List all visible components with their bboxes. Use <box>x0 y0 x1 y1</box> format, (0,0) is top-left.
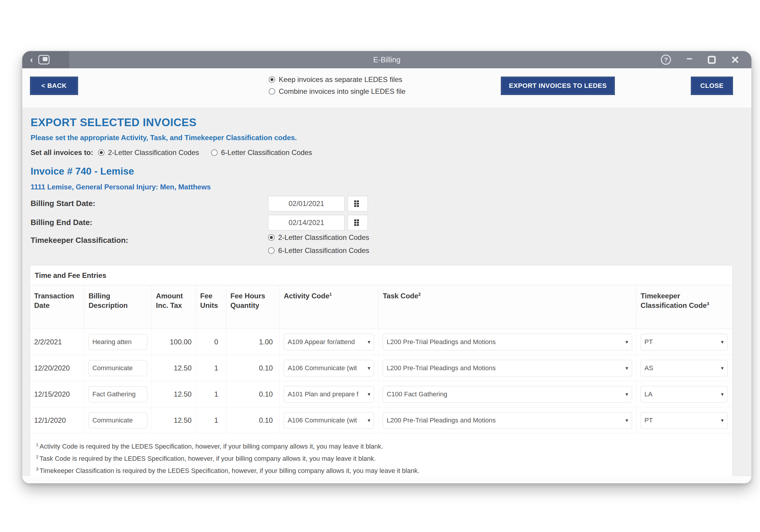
radio-icon[interactable] <box>269 88 275 95</box>
maximize-icon[interactable] <box>708 56 716 64</box>
minimize-icon[interactable]: – <box>687 58 692 61</box>
chevron-down-icon: ▾ <box>624 339 628 345</box>
table-row: 2/2/2021 100.00 0 1.00 A109 Appear for/a… <box>30 329 733 355</box>
activity-code-select[interactable]: A106 Communicate (wit ▾ <box>284 360 374 376</box>
col-header-text: Timekeeper Classification Code <box>641 292 707 309</box>
cell-fee-hours-quantity: 0.10 <box>226 355 279 381</box>
timekeeper-classification-select[interactable]: PT ▾ <box>641 412 728 429</box>
chevron-down-icon: ▾ <box>624 417 628 424</box>
col-header-text: Activity Code <box>284 292 329 300</box>
radio-single-ledes-file[interactable]: Combine invoices into single LEDES file <box>269 87 405 96</box>
col-header-transaction-date: Transaction Date <box>30 285 84 329</box>
billing-description-input[interactable] <box>88 412 147 428</box>
cell-fee-hours-quantity: 0.10 <box>226 407 279 433</box>
radio-label: 6-Letter Classification Codes <box>278 246 369 255</box>
timekeeper-classification-label: Timekeeper Classification: <box>30 236 128 245</box>
task-code-select[interactable]: L200 Pre-Trial Pleadings and Motions ▾ <box>383 360 632 376</box>
col-header-fee-hours-quantity: Fee Hours Quantity <box>226 285 279 329</box>
ebilling-window: ‹ E-Billing ? – × < BACK Keep invoices a… <box>22 51 751 483</box>
billing-end-date-input[interactable] <box>268 215 345 230</box>
billing-start-date-input[interactable] <box>268 196 345 211</box>
selected-value: LA <box>644 390 652 398</box>
cell-timekeeper-classification: AS ▾ <box>636 355 732 381</box>
activity-code-select[interactable]: A106 Communicate (wit ▾ <box>284 412 374 429</box>
radio-separate-ledes-files[interactable]: Keep invoices as separate LEDES files <box>269 75 405 84</box>
selected-value: L200 Pre-Trial Pleadings and Motions <box>387 364 496 372</box>
invoice-heading: Invoice # 740 - Lemise <box>30 166 134 177</box>
radio-label: Combine invoices into single LEDES file <box>279 87 405 96</box>
timekeeper-classification-select[interactable]: LA ▾ <box>641 386 728 403</box>
footnote-text: Task Code is required by the LEDES Speci… <box>39 455 376 462</box>
screen: ‹ E-Billing ? – × < BACK Keep invoices a… <box>0 0 760 532</box>
billing-start-calendar-button[interactable] <box>348 196 368 211</box>
radio-icon[interactable] <box>211 149 217 156</box>
radio-invoice-6-letter[interactable]: 6-Letter Classification Codes <box>268 246 369 255</box>
radio-icon[interactable] <box>268 247 275 254</box>
footnote-marker: 1 <box>36 442 38 447</box>
close-window-icon[interactable]: × <box>731 53 739 66</box>
chevron-down-icon: ▾ <box>624 365 628 371</box>
timekeeper-classification-select[interactable]: PT ▾ <box>641 334 728 350</box>
footnote-text: Activity Code is required by the LEDES S… <box>39 443 383 450</box>
activity-code-select[interactable]: A101 Plan and prepare f ▾ <box>284 386 374 403</box>
radio-label: Keep invoices as separate LEDES files <box>279 75 402 84</box>
radio-icon[interactable] <box>268 234 275 241</box>
col-header-fee-units: Fee Units <box>196 285 226 329</box>
cell-amount-inc-tax: 12.50 <box>151 407 196 433</box>
footnote-marker: 3 <box>36 466 38 471</box>
cell-task-code: L200 Pre-Trial Pleadings and Motions ▾ <box>378 329 636 355</box>
cell-fee-units: 1 <box>196 407 226 433</box>
export-invoices-button[interactable]: EXPORT INVOICES TO LEDES <box>501 76 615 95</box>
col-header-timekeeper-classification-code: Timekeeper Classification Code3 <box>636 285 732 329</box>
calendar-icon <box>354 200 361 207</box>
cell-transaction-date: 12/1/2020 <box>30 407 84 433</box>
chevron-down-icon: ▾ <box>719 391 724 398</box>
cell-task-code: L200 Pre-Trial Pleadings and Motions ▾ <box>378 355 636 381</box>
radio-icon[interactable] <box>98 149 105 156</box>
footnote: 2Task Code is required by the LEDES Spec… <box>36 454 727 463</box>
cell-fee-hours-quantity: 0.10 <box>226 381 279 407</box>
cell-fee-hours-quantity: 1.00 <box>226 329 279 355</box>
window-title: E-Billing <box>22 51 751 68</box>
footnote-marker: 2 <box>36 454 38 459</box>
window-footer <box>22 476 751 483</box>
calendar-icon <box>354 219 361 226</box>
cell-fee-units: 0 <box>196 329 226 355</box>
chevron-down-icon: ▾ <box>366 417 370 424</box>
page-title: EXPORT SELECTED INVOICES <box>30 117 197 129</box>
selected-value: C100 Fact Gathering <box>387 390 447 398</box>
invoice-matter-link[interactable]: 1111 Lemise, General Personal Injury: Me… <box>30 183 211 191</box>
radio-icon[interactable] <box>269 76 275 83</box>
back-button[interactable]: < BACK <box>30 76 78 95</box>
task-code-select[interactable]: L200 Pre-Trial Pleadings and Motions ▾ <box>383 334 632 350</box>
help-icon[interactable]: ? <box>661 55 671 65</box>
table-row: 12/1/2020 12.50 1 0.10 A106 Communicate … <box>30 407 733 433</box>
billing-description-input[interactable] <box>88 386 147 402</box>
close-button[interactable]: CLOSE <box>691 76 733 95</box>
radio-label: 2-Letter Classification Codes <box>278 233 369 242</box>
selected-value: A109 Appear for/attend <box>288 338 355 346</box>
chevron-down-icon: ▾ <box>366 391 370 398</box>
billing-description-input[interactable] <box>88 360 147 376</box>
cell-billing-description <box>84 355 151 381</box>
activity-code-select[interactable]: A109 Appear for/attend ▾ <box>284 334 374 350</box>
cell-activity-code: A106 Communicate (wit ▾ <box>279 407 379 433</box>
cell-transaction-date: 12/20/2020 <box>30 355 84 381</box>
cell-amount-inc-tax: 12.50 <box>151 355 196 381</box>
col-header-amount-inc-tax: Amount Inc. Tax <box>151 285 196 329</box>
task-code-select[interactable]: L200 Pre-Trial Pleadings and Motions ▾ <box>383 412 632 429</box>
radio-set-all-2-letter[interactable]: 2-Letter Classification Codes <box>98 148 199 157</box>
billing-end-calendar-button[interactable] <box>348 215 368 230</box>
radio-label: 6-Letter Classification Codes <box>221 148 312 157</box>
footnote-text: Timekeeper Classification is required by… <box>39 467 419 474</box>
table-row: 12/20/2020 12.50 1 0.10 A106 Communicate… <box>30 355 733 381</box>
selected-value: A106 Communicate (wit <box>288 416 357 424</box>
billing-description-input[interactable] <box>88 334 147 350</box>
titlebar: ‹ E-Billing ? – × <box>22 51 751 68</box>
timekeeper-classification-select[interactable]: AS ▾ <box>641 360 728 376</box>
radio-invoice-2-letter[interactable]: 2-Letter Classification Codes <box>268 233 369 242</box>
task-code-select[interactable]: C100 Fact Gathering ▾ <box>383 386 632 403</box>
window-controls: ? – × <box>661 51 739 68</box>
cell-transaction-date: 2/2/2021 <box>30 329 84 355</box>
radio-set-all-6-letter[interactable]: 6-Letter Classification Codes <box>211 148 312 157</box>
